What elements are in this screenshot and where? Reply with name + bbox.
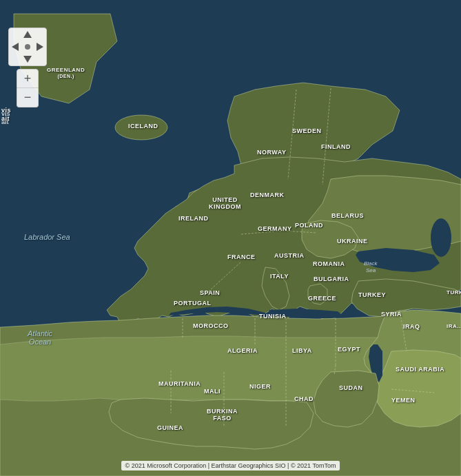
pan-right-button[interactable] bbox=[37, 43, 43, 51]
pan-control[interactable] bbox=[8, 28, 47, 66]
svg-point-5 bbox=[431, 218, 451, 257]
map-container[interactable]: Black Sea bbox=[0, 0, 461, 476]
svg-text:Sea: Sea bbox=[366, 267, 376, 273]
zoom-controls[interactable]: + − bbox=[17, 69, 39, 107]
zoom-out-button[interactable]: − bbox=[17, 88, 39, 107]
pan-up-button[interactable] bbox=[23, 31, 32, 38]
svg-text:ait: ait bbox=[1, 118, 9, 125]
svg-text:vis: vis bbox=[1, 110, 10, 117]
compass-center bbox=[25, 44, 30, 50]
pan-down-button[interactable] bbox=[23, 56, 32, 63]
svg-point-1 bbox=[115, 115, 167, 140]
navigation-controls[interactable]: + − bbox=[8, 28, 47, 107]
map-attribution: © 2021 Microsoft Corporation | Earthstar… bbox=[121, 461, 340, 470]
map-svg: Black Sea bbox=[0, 0, 461, 476]
zoom-in-button[interactable]: + bbox=[17, 69, 39, 88]
svg-text:Black: Black bbox=[364, 260, 378, 267]
pan-left-button[interactable] bbox=[12, 43, 19, 51]
